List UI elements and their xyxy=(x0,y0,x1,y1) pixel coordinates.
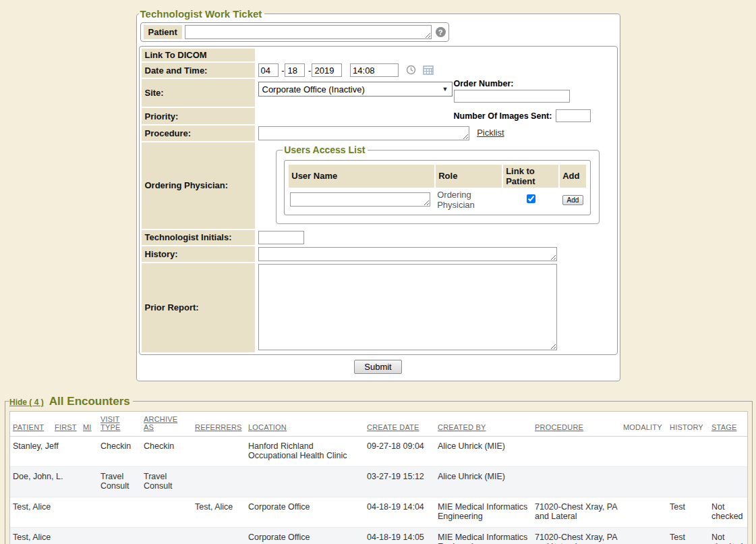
date-separator: - xyxy=(308,65,311,76)
history-row: History: xyxy=(142,246,615,262)
prior-report-label: Prior Report: xyxy=(142,263,255,352)
submit-button[interactable]: Submit xyxy=(354,360,401,374)
ticket-fields-box: Link To DICOM Date and Time: - - xyxy=(139,46,618,355)
col-create-date[interactable]: CREATE DATE xyxy=(364,412,435,437)
cell-first xyxy=(52,527,80,544)
col-procedure[interactable]: PROCEDURE xyxy=(532,412,620,437)
col-referrers[interactable]: REFERRERS xyxy=(192,412,245,437)
encounter-row[interactable]: Stanley, Jeff Checkin Checkin Hanford Ri… xyxy=(10,436,747,466)
prior-report-textarea[interactable] xyxy=(258,264,557,350)
col-history: HISTORY xyxy=(667,412,709,437)
encounters-section: Hide ( 4 ) All Encounters PATIENT FIRST … xyxy=(5,395,753,544)
cell-visit-type: Checkin xyxy=(98,436,141,466)
site-select[interactable]: Corporate Office (Inactive) ▼ xyxy=(258,82,453,97)
tech-initials-label: Technologist Initials: xyxy=(142,230,255,245)
col-created-by[interactable]: CREATED BY xyxy=(435,412,532,437)
date-day-input[interactable] xyxy=(285,63,305,77)
users-access-row: Ordering Physician Add xyxy=(289,189,586,211)
cell-stage: Not checked xyxy=(709,497,747,527)
procedure-label: Procedure: xyxy=(142,126,255,141)
site-label: Site: xyxy=(142,79,255,107)
cell-visit-type xyxy=(98,527,141,544)
cell-history: Test xyxy=(667,527,709,544)
col-stage[interactable]: STAGE xyxy=(709,412,747,437)
cell-created-by: Alice Uhrick (MIE) xyxy=(435,466,532,497)
cell-archive-as: Checkin xyxy=(141,436,192,466)
history-label: History: xyxy=(142,246,255,262)
patient-input[interactable] xyxy=(185,25,432,39)
col-modality: MODALITY xyxy=(620,412,667,437)
cell-first xyxy=(52,497,80,527)
cell-location xyxy=(245,466,364,497)
cell-mi xyxy=(80,436,98,466)
date-time-label: Date and Time: xyxy=(142,63,255,78)
cell-modality xyxy=(620,497,667,527)
date-separator: - xyxy=(281,65,284,76)
col-patient[interactable]: PATIENT xyxy=(10,412,52,437)
tech-initials-input[interactable] xyxy=(258,231,304,244)
col-first[interactable]: FIRST xyxy=(52,412,80,437)
cell-archive-as: Travel Consult xyxy=(141,466,192,497)
cell-stage xyxy=(709,466,747,497)
work-ticket-section: Technologist Work Ticket Patient ? Link … xyxy=(136,8,620,381)
users-access-fieldset: Users Access List User Name Role Link to… xyxy=(276,144,600,224)
cell-procedure xyxy=(532,436,620,466)
prior-report-row: Prior Report: xyxy=(142,263,615,352)
cell-referrers xyxy=(192,436,245,466)
user-name-input[interactable] xyxy=(290,192,430,207)
images-sent-input[interactable] xyxy=(556,109,591,122)
cell-location: Corporate Office xyxy=(245,497,364,527)
tech-initials-row: Technologist Initials: xyxy=(142,230,615,245)
cell-patient: Stanley, Jeff xyxy=(10,436,52,466)
help-icon[interactable]: ? xyxy=(436,27,446,37)
date-month-input[interactable] xyxy=(258,63,279,77)
cell-procedure xyxy=(532,466,620,497)
hide-link[interactable]: Hide ( 4 ) xyxy=(9,398,44,407)
order-number-label: Order Number: xyxy=(454,79,570,88)
cell-referrers xyxy=(192,466,245,497)
patient-row: Patient ? xyxy=(140,22,449,42)
cell-mi xyxy=(80,527,98,544)
users-access-box: User Name Role Link to Patient Add Order… xyxy=(284,160,591,215)
date-year-input[interactable] xyxy=(312,63,342,77)
col-user-name: User Name xyxy=(289,165,434,188)
cell-created-by: MIE Medical Informatics Engineering xyxy=(435,527,532,544)
encounters-table-box: PATIENT FIRST MI VISIT TYPE ARCHIVE AS R… xyxy=(9,411,748,544)
calendar-icon[interactable] xyxy=(423,65,434,77)
cell-patient: Test, Alice xyxy=(10,497,52,527)
col-visit-type[interactable]: VISIT TYPE xyxy=(98,412,141,437)
date-time-row: Date and Time: - - xyxy=(142,63,615,78)
cell-modality xyxy=(620,436,667,466)
priority-row: Priority: Number Of Images Sent: xyxy=(142,108,615,124)
procedure-row: Procedure: Picklist xyxy=(142,126,615,141)
cell-referrers: Test, Alice xyxy=(192,497,245,527)
encounter-row[interactable]: Doe, John, L. Travel Consult Travel Cons… xyxy=(10,466,747,497)
history-input[interactable] xyxy=(258,247,557,261)
cell-create-date: 03-27-19 15:12 xyxy=(364,466,435,497)
patient-label: Patient xyxy=(144,25,182,39)
cell-procedure: 71020-Chest Xray, PA and Lateral xyxy=(532,527,620,544)
priority-label: Priority: xyxy=(142,108,255,124)
picklist-link[interactable]: Picklist xyxy=(477,128,504,138)
link-to-dicom-label: Link To DICOM xyxy=(142,49,255,61)
procedure-input[interactable] xyxy=(258,126,469,140)
col-archive-as[interactable]: ARCHIVE AS xyxy=(141,412,192,437)
col-mi[interactable]: MI xyxy=(80,412,98,437)
time-input[interactable] xyxy=(350,63,399,77)
encounter-row[interactable]: Test, Alice Test, Alice Corporate Office… xyxy=(10,497,747,527)
cell-history xyxy=(667,466,709,497)
cell-patient: Test, Alice xyxy=(10,527,52,544)
encounters-header-row: PATIENT FIRST MI VISIT TYPE ARCHIVE AS R… xyxy=(10,412,747,437)
add-user-button[interactable]: Add xyxy=(562,195,584,205)
images-sent-group: Number Of Images Sent: xyxy=(454,109,591,122)
cell-create-date: 04-18-19 14:04 xyxy=(364,497,435,527)
cell-create-date: 09-27-18 09:04 xyxy=(364,436,435,466)
clock-icon[interactable] xyxy=(406,65,416,77)
link-to-patient-checkbox[interactable] xyxy=(527,194,535,203)
ordering-physician-row: Ordering Physician: Users Access List Us… xyxy=(142,142,615,229)
encounter-row[interactable]: Test, Alice Corporate Office 04-18-19 14… xyxy=(10,527,747,544)
col-location[interactable]: LOCATION xyxy=(245,412,364,437)
cell-created-by: Alice Uhrick (MIE) xyxy=(435,436,532,466)
order-number-input[interactable] xyxy=(454,90,570,103)
cell-first xyxy=(52,436,80,466)
